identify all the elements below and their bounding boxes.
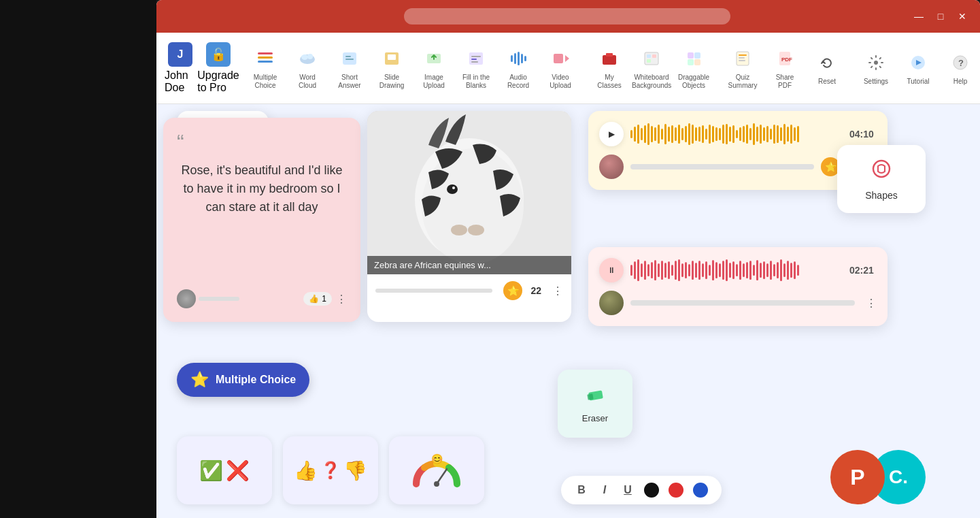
- underline-button[interactable]: U: [621, 484, 635, 496]
- check-cross-card[interactable]: ✅ ❌: [177, 436, 272, 504]
- fill-blanks-icon: [464, 46, 488, 71]
- waveform-pink: [630, 259, 843, 281]
- like-button[interactable]: 👍 1: [303, 292, 332, 306]
- title-bar: — □ ✕: [156, 0, 980, 33]
- multiple-choice-pill[interactable]: ⭐ Multiple Choice: [177, 363, 309, 397]
- minimize-button[interactable]: —: [912, 11, 926, 22]
- settings-icon: [864, 50, 888, 75]
- svg-rect-19: [521, 54, 523, 63]
- svg-point-49: [452, 187, 455, 189]
- zebra-star-count: 22: [530, 285, 541, 296]
- toolbar-multiple-choice[interactable]: MultipleChoice: [245, 42, 286, 94]
- svg-rect-30: [694, 52, 700, 59]
- svg-point-52: [873, 161, 890, 177]
- toolbar-whiteboard[interactable]: WhiteboardBackgrounds: [631, 42, 672, 94]
- quote-marks: “: [177, 131, 347, 153]
- toolbar-tutorial[interactable]: Tutorial: [898, 46, 939, 90]
- audio-record-label: AudioRecord: [507, 74, 529, 90]
- shapes-label: Shapes: [865, 190, 897, 201]
- toolbar-video-upload[interactable]: VideoUpload: [540, 42, 581, 94]
- toolbar-fill-blanks[interactable]: Fill in theBlanks: [456, 42, 496, 94]
- svg-rect-27: [652, 54, 656, 58]
- zebra-image: Zebra are African equines w...: [367, 111, 571, 274]
- audio-avatar-pink: [599, 291, 624, 315]
- waveform-yellow: [630, 123, 843, 145]
- play-button-yellow[interactable]: ▶: [599, 122, 624, 146]
- svg-rect-54: [587, 393, 593, 400]
- quote-footer: 👍 1 ⋮: [177, 289, 347, 308]
- svg-point-5: [307, 54, 313, 59]
- close-button[interactable]: ✕: [956, 11, 969, 22]
- my-classes-icon: [597, 46, 622, 71]
- toolbar-image-upload[interactable]: ImageUpload: [413, 42, 454, 94]
- italic-button[interactable]: I: [598, 484, 611, 496]
- svg-rect-34: [739, 54, 747, 56]
- svg-rect-18: [518, 52, 520, 65]
- svg-rect-26: [647, 54, 651, 58]
- quote-avatar: [177, 289, 196, 308]
- format-toolbar: B I U: [561, 476, 722, 504]
- share-pdf-icon: PDF: [773, 46, 797, 71]
- word-cloud-icon: [295, 46, 320, 71]
- toolbar-reset[interactable]: Reset: [807, 46, 847, 90]
- pause-button-pink[interactable]: ⏸: [599, 258, 624, 282]
- svg-rect-1: [258, 56, 273, 59]
- more-options-button[interactable]: ⋮: [336, 293, 347, 306]
- svg-rect-16: [511, 55, 513, 62]
- svg-rect-7: [345, 56, 351, 57]
- color-red[interactable]: [669, 483, 683, 498]
- slide-drawing-icon: [379, 46, 404, 71]
- svg-rect-14: [471, 59, 477, 60]
- audio-progress-pink: [630, 300, 855, 306]
- audio-user-row-yellow: ⭐ 5 ⋮: [599, 155, 877, 179]
- help-label: Help: [953, 78, 968, 86]
- tutorial-icon: [906, 50, 930, 75]
- toolbar-short-answer[interactable]: ShortAnswer: [329, 42, 370, 94]
- zebra-more-button[interactable]: ⋮: [552, 285, 563, 297]
- main-canvas: Inking “ Rose, it's beautiful and I'd li…: [156, 104, 980, 518]
- toolbar-settings[interactable]: Settings: [856, 46, 896, 90]
- toolbar-quiz-summary[interactable]: QuizSummary: [722, 42, 763, 94]
- svg-point-51: [468, 225, 484, 236]
- whiteboard-icon: [639, 46, 664, 71]
- svg-rect-10: [388, 54, 396, 60]
- toolbar-share-pdf[interactable]: PDF SharePDF: [764, 42, 805, 94]
- toolbar-draggable[interactable]: DraggableObjects: [673, 42, 714, 94]
- left-panel-bg: [0, 0, 156, 518]
- svg-text:?: ?: [958, 58, 964, 68]
- svg-rect-2: [258, 61, 273, 63]
- upgrade-button[interactable]: 🔓 Upgrade to Pro: [200, 38, 237, 98]
- quote-text: Rose, it's beautiful and I'd like to hav…: [177, 161, 347, 216]
- check-cross-icons: ✅ ❌: [199, 459, 250, 482]
- multiple-choice-label: MultipleChoice: [254, 74, 277, 90]
- toolbar-my-classes[interactable]: MyClasses: [589, 42, 630, 94]
- bold-button[interactable]: B: [575, 484, 588, 496]
- user-name-label: John Doe: [165, 69, 196, 94]
- help-icon: ?: [948, 50, 973, 75]
- svg-rect-35: [739, 57, 745, 59]
- toolbar-help[interactable]: ? Help: [940, 46, 980, 90]
- audio-more-pink[interactable]: ⋮: [866, 297, 877, 310]
- toolbar-audio-record[interactable]: AudioRecord: [498, 42, 539, 94]
- gauge-card[interactable]: 😊: [389, 436, 484, 504]
- audio-record-icon: [506, 46, 530, 71]
- draggable-label: DraggableObjects: [678, 74, 709, 90]
- toolbar-slide-drawing[interactable]: SlideDrawing: [371, 42, 412, 94]
- toolbar-word-cloud[interactable]: WordCloud: [287, 42, 328, 94]
- slide-drawing-label: SlideDrawing: [379, 74, 405, 90]
- powerpoint-logo[interactable]: P: [830, 450, 885, 504]
- thumbs-card[interactable]: 👍 ❓ 👎: [283, 436, 378, 504]
- eraser-card[interactable]: Eraser: [558, 370, 632, 438]
- zebra-star-badge: ⭐: [503, 281, 522, 300]
- svg-point-50: [451, 225, 467, 236]
- shapes-card[interactable]: Shapes: [837, 145, 926, 213]
- user-profile[interactable]: J John Doe: [162, 38, 199, 98]
- search-bar[interactable]: [404, 8, 730, 25]
- audio-time-pink: 02:21: [849, 265, 877, 276]
- word-cloud-label: WordCloud: [299, 74, 316, 90]
- quote-username-bar: [199, 297, 239, 301]
- svg-rect-13: [471, 56, 481, 57]
- color-black[interactable]: [644, 483, 659, 498]
- color-blue[interactable]: [693, 483, 708, 498]
- maximize-button[interactable]: □: [934, 11, 947, 22]
